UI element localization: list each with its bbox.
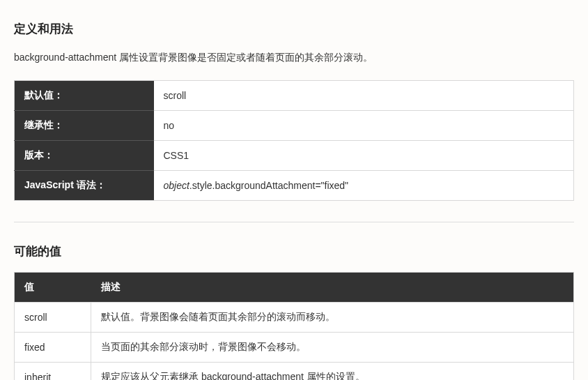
- value-cell: fixed: [15, 333, 91, 363]
- desc-cell: 规定应该从父元素继承 background-attachment 属性的设置。: [91, 363, 574, 380]
- def-value: object.style.backgroundAttachment="fixed…: [154, 171, 574, 201]
- table-row: 继承性： no: [15, 111, 574, 141]
- values-heading: 可能的值: [14, 243, 574, 259]
- value-cell: inherit: [15, 363, 91, 380]
- col-header-desc: 描述: [91, 273, 574, 303]
- def-value: CSS1: [154, 141, 574, 171]
- section-divider: [14, 222, 574, 222]
- value-cell: scroll: [15, 303, 91, 333]
- table-header-row: 值 描述: [15, 273, 574, 303]
- desc-cell: 当页面的其余部分滚动时，背景图像不会移动。: [91, 333, 574, 363]
- js-object-italic: object: [164, 180, 189, 191]
- table-row: 版本： CSS1: [15, 141, 574, 171]
- definition-heading: 定义和用法: [14, 21, 574, 37]
- values-section: 可能的值 值 描述 scroll 默认值。背景图像会随着页面其余部分的滚动而移动…: [14, 243, 574, 380]
- def-label: 继承性：: [15, 111, 154, 141]
- def-label: 版本：: [15, 141, 154, 171]
- definition-description: background-attachment 属性设置背景图像是否固定或者随着页面…: [14, 50, 574, 65]
- desc-cell: 默认值。背景图像会随着页面其余部分的滚动而移动。: [91, 303, 574, 333]
- definition-section: 定义和用法 background-attachment 属性设置背景图像是否固定…: [14, 21, 574, 201]
- table-row: fixed 当页面的其余部分滚动时，背景图像不会移动。: [15, 333, 574, 363]
- definition-table: 默认值： scroll 继承性： no 版本： CSS1 JavaScript …: [14, 80, 574, 201]
- def-value: no: [154, 111, 574, 141]
- values-table: 值 描述 scroll 默认值。背景图像会随着页面其余部分的滚动而移动。 fix…: [14, 272, 574, 380]
- table-row: JavaScript 语法： object.style.backgroundAt…: [15, 171, 574, 201]
- table-row: inherit 规定应该从父元素继承 background-attachment…: [15, 363, 574, 380]
- def-label: JavaScript 语法：: [15, 171, 154, 201]
- def-value: scroll: [154, 81, 574, 111]
- table-row: scroll 默认值。背景图像会随着页面其余部分的滚动而移动。: [15, 303, 574, 333]
- js-syntax-rest: .style.backgroundAttachment="fixed": [189, 180, 348, 191]
- table-row: 默认值： scroll: [15, 81, 574, 111]
- col-header-value: 值: [15, 273, 91, 303]
- def-label: 默认值：: [15, 81, 154, 111]
